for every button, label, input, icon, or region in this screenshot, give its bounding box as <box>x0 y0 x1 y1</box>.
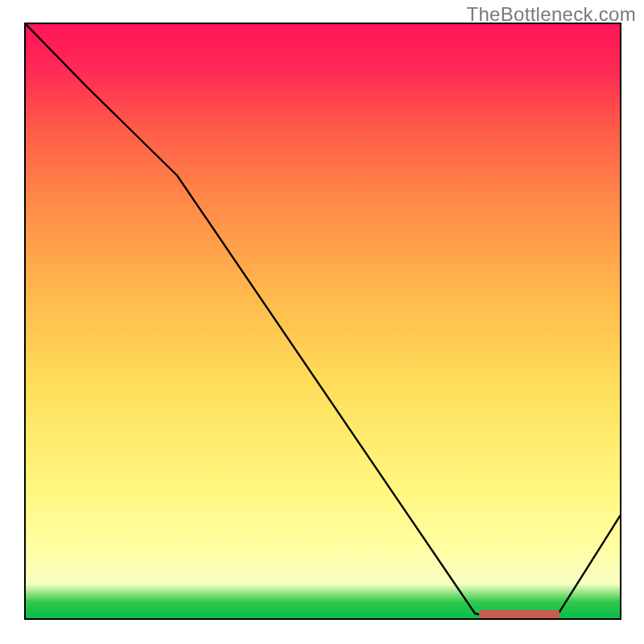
chart-frame <box>24 23 621 620</box>
chart-area <box>24 23 621 620</box>
